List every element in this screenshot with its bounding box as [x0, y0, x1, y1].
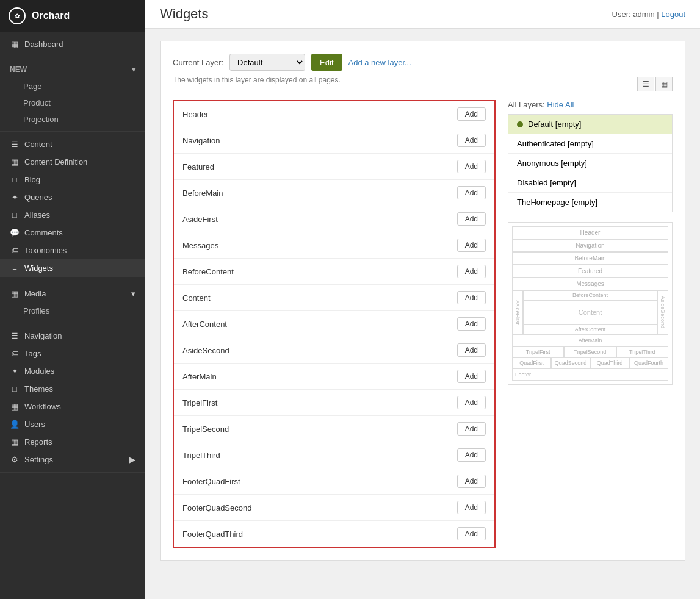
layer-name-default: Default [empty]	[528, 120, 581, 129]
lp-center-col: BeforeContent Content AfterContent	[523, 290, 657, 334]
add-asidefirst-button[interactable]: Add	[457, 212, 486, 226]
add-featured-button[interactable]: Add	[457, 160, 486, 173]
zone-name-asidefirst: AsideFirst	[182, 215, 218, 224]
themes-icon: □	[10, 384, 20, 393]
lp-row-navigation: Navigation	[512, 239, 668, 252]
layer-select[interactable]: Default Authenticated Anonymous Disabled…	[229, 54, 305, 71]
content-icon: ☰	[10, 140, 20, 149]
zone-name-navigation: Navigation	[182, 136, 220, 145]
zone-row-tripelsecond: TripelSecond Add	[174, 416, 494, 442]
add-aftermain-button[interactable]: Add	[457, 370, 486, 383]
add-footerquadthird-button[interactable]: Add	[457, 527, 486, 540]
sidebar: ✿ Orchard ▦ Dashboard New ▾ Page Product…	[0, 0, 145, 599]
layer-row: Current Layer: Default Authenticated Ano…	[173, 54, 673, 71]
sidebar-item-profiles[interactable]: Profiles	[0, 303, 145, 319]
layer-item-authenticated[interactable]: Authenticated [empty]	[508, 134, 672, 154]
view-toggle: ☰ ▦	[637, 77, 673, 91]
zone-name-featured: Featured	[182, 162, 214, 171]
zone-row-featured: Featured Add	[174, 154, 494, 180]
workflows-icon: ▦	[10, 402, 20, 411]
lp-beforecontent: BeforeContent	[523, 290, 657, 300]
sidebar-item-settings[interactable]: ⚙ Settings ▶	[0, 451, 145, 468]
sidebar-item-blog[interactable]: □ Blog	[0, 171, 145, 188]
layer-item-disabled[interactable]: Disabled [empty]	[508, 173, 672, 193]
aliases-label: Aliases	[24, 210, 50, 220]
zone-name-content: Content	[182, 293, 211, 303]
add-aftercontent-button[interactable]: Add	[457, 317, 486, 331]
zone-row-messages: Messages Add	[174, 232, 494, 259]
layer-item-anonymous[interactable]: Anonymous [empty]	[508, 154, 672, 173]
zone-name-tripelthird: TripelThird	[182, 451, 220, 460]
layers-panel: All Layers: Hide All Default [empty] Aut…	[508, 100, 673, 548]
logout-link[interactable]: Logout	[661, 10, 685, 19]
sidebar-item-aliases[interactable]: □ Aliases	[0, 206, 145, 224]
add-beforemain-button[interactable]: Add	[457, 186, 486, 199]
lp-row-middle: AsideFirst BeforeContent Content AfterCo…	[512, 290, 668, 334]
profiles-label: Profiles	[23, 306, 49, 315]
lp-row-footer: Footer	[512, 368, 668, 381]
modules-label: Modules	[24, 367, 54, 376]
users-icon: 👤	[10, 420, 20, 429]
zone-name-messages: Messages	[182, 241, 218, 250]
sidebar-item-projection[interactable]: Projection	[0, 111, 145, 127]
add-asidesecond-button[interactable]: Add	[457, 343, 486, 357]
sidebar-item-reports[interactable]: ▦ Reports	[0, 433, 145, 451]
lp-asidesecond: AsideSecond	[657, 290, 668, 334]
sidebar-item-content[interactable]: ☰ Content	[0, 135, 145, 153]
layer-active-dot	[517, 121, 523, 127]
layer-item-thehomepage[interactable]: TheHomepage [empty]	[508, 193, 672, 212]
add-navigation-button[interactable]: Add	[457, 134, 486, 147]
sidebar-new-group[interactable]: New ▾	[0, 61, 145, 78]
add-tripelsecond-button[interactable]: Add	[457, 422, 486, 436]
view-grid-button[interactable]: ▦	[655, 77, 673, 91]
sidebar-item-tags[interactable]: 🏷 Tags	[0, 345, 145, 362]
add-footerquadsecond-button[interactable]: Add	[457, 501, 486, 514]
zone-name-aftermain: AfterMain	[182, 372, 217, 381]
zone-row-content: Content Add	[174, 285, 494, 311]
comments-label: Comments	[24, 228, 63, 237]
zone-row-asidefirst: AsideFirst Add	[174, 206, 494, 232]
navigation-icon: ☰	[10, 331, 20, 340]
add-content-button[interactable]: Add	[457, 291, 486, 304]
add-tripelthird-button[interactable]: Add	[457, 448, 486, 462]
sidebar-item-users[interactable]: 👤 Users	[0, 415, 145, 433]
sidebar-item-page[interactable]: Page	[0, 78, 145, 95]
sidebar-item-workflows[interactable]: ▦ Workflows	[0, 398, 145, 415]
sidebar-item-navigation[interactable]: ☰ Navigation	[0, 327, 145, 345]
view-list-button[interactable]: ☰	[637, 77, 654, 91]
content-label: Content	[24, 140, 52, 149]
layer-item-default[interactable]: Default [empty]	[508, 115, 672, 134]
lp-aftercontent: AfterContent	[523, 325, 657, 334]
sidebar-item-media[interactable]: ▦ Media ▾	[0, 285, 145, 303]
sidebar-item-comments[interactable]: 💬 Comments	[0, 224, 145, 242]
sidebar-item-dashboard[interactable]: ▦ Dashboard	[0, 35, 145, 53]
add-messages-button[interactable]: Add	[457, 239, 486, 252]
taxonomies-icon: 🏷	[10, 246, 20, 255]
add-layer-link[interactable]: Add a new layer...	[348, 58, 411, 67]
app-name: Orchard	[32, 10, 70, 21]
sidebar-item-queries[interactable]: ✦ Queries	[0, 188, 145, 206]
add-header-button[interactable]: Add	[457, 107, 486, 121]
sidebar-item-modules[interactable]: ✦ Modules	[0, 362, 145, 380]
tags-icon: 🏷	[10, 349, 20, 358]
edit-button[interactable]: Edit	[311, 54, 342, 71]
zone-name-asidesecond: AsideSecond	[182, 346, 229, 355]
sidebar-item-content-definition[interactable]: ▦ Content Definition	[0, 153, 145, 171]
sidebar-item-product[interactable]: Product	[0, 95, 145, 111]
add-beforecontent-button[interactable]: Add	[457, 265, 486, 278]
sidebar-item-taxonomies[interactable]: 🏷 Taxonomies	[0, 242, 145, 259]
widgets-icon: ≡	[10, 264, 20, 273]
zone-name-aftercontent: AfterContent	[182, 320, 227, 329]
add-tripelfirst-button[interactable]: Add	[457, 396, 486, 409]
hide-all-link[interactable]: Hide All	[547, 100, 574, 109]
lp-footer: Footer	[512, 368, 668, 381]
sidebar-item-themes[interactable]: □ Themes	[0, 380, 145, 398]
add-footerquadfirst-button[interactable]: Add	[457, 475, 486, 488]
sidebar-item-widgets[interactable]: ≡ Widgets	[0, 259, 145, 277]
new-section-label: New	[10, 65, 27, 74]
lp-navigation: Navigation	[512, 239, 668, 252]
modules-icon: ✦	[10, 367, 20, 376]
aliases-icon: □	[10, 210, 20, 220]
zone-row-aftermain: AfterMain Add	[174, 364, 494, 390]
user-label: User: admin	[612, 10, 655, 19]
